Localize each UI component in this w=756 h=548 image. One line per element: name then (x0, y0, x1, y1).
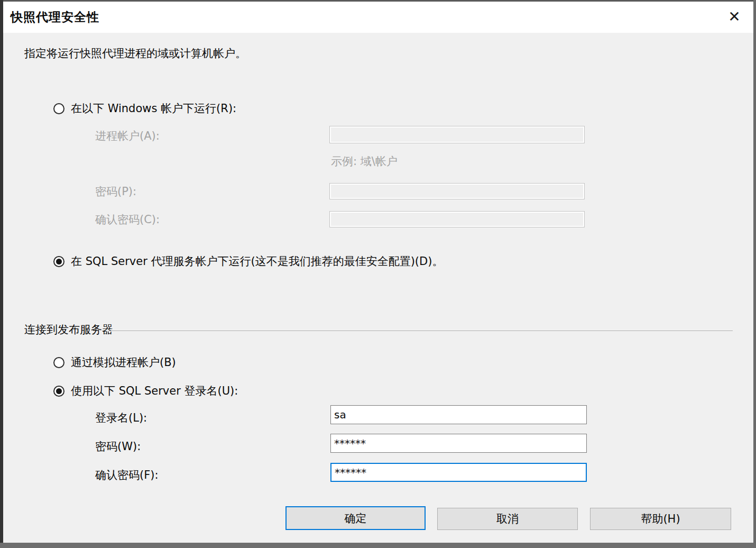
group-separator-line (108, 331, 733, 332)
title-bar: 快照代理安全性 ✕ (3, 2, 753, 33)
window-frame-bottom (0, 543, 756, 548)
close-icon[interactable]: ✕ (724, 7, 745, 27)
windows-confirm-password-label: 确认密码(C): (95, 212, 160, 227)
impersonate-process-radio-label: 通过模拟进程帐户(B) (71, 355, 176, 370)
windows-confirm-password-input (329, 211, 585, 227)
window-frame-right (753, 0, 756, 548)
process-account-input (329, 126, 585, 143)
sql-password-input[interactable] (330, 434, 587, 453)
cancel-button[interactable]: 取消 (437, 508, 578, 530)
windows-password-input (329, 183, 585, 199)
connect-to-publisher-group-title: 连接到发布服务器 (24, 322, 113, 337)
process-account-label: 进程帐户(A): (95, 129, 160, 143)
windows-account-radio-label: 在以下 Windows 帐户下运行(R): (71, 101, 236, 116)
sql-login-radio-label: 使用以下 SQL Server 登录名(U): (71, 383, 238, 398)
process-account-hint: 示例: 域\帐户 (331, 154, 398, 169)
impersonate-process-radio[interactable] (53, 357, 64, 368)
snapshot-agent-security-dialog: 快照代理安全性 ✕ 指定将运行快照代理进程的域或计算机帐户。 在以下 Windo… (3, 2, 753, 543)
ok-button[interactable]: 确定 (285, 506, 426, 530)
radio-row-agent-service-account: 在 SQL Server 代理服务帐户下运行(这不是我们推荐的最佳安全配置)(D… (53, 254, 443, 269)
radio-row-impersonate-process: 通过模拟进程帐户(B) (53, 355, 176, 370)
radio-row-sql-login: 使用以下 SQL Server 登录名(U): (53, 383, 238, 398)
agent-service-account-radio-label: 在 SQL Server 代理服务帐户下运行(这不是我们推荐的最佳安全配置)(D… (71, 254, 443, 269)
login-name-input[interactable] (330, 405, 587, 424)
dialog-title: 快照代理安全性 (11, 9, 99, 25)
windows-password-label: 密码(P): (95, 184, 136, 199)
sql-confirm-password-label: 确认密码(F): (95, 468, 159, 482)
windows-account-radio[interactable] (53, 103, 64, 114)
login-name-label: 登录名(L): (95, 410, 147, 425)
sql-login-radio[interactable] (53, 386, 64, 397)
agent-service-account-radio[interactable] (53, 256, 64, 267)
radio-row-windows-account: 在以下 Windows 帐户下运行(R): (53, 101, 236, 116)
sql-password-label: 密码(W): (95, 439, 141, 454)
help-button[interactable]: 帮助(H) (590, 508, 731, 530)
instruction-text: 指定将运行快照代理进程的域或计算机帐户。 (24, 46, 246, 61)
sql-confirm-password-input[interactable] (330, 463, 587, 482)
